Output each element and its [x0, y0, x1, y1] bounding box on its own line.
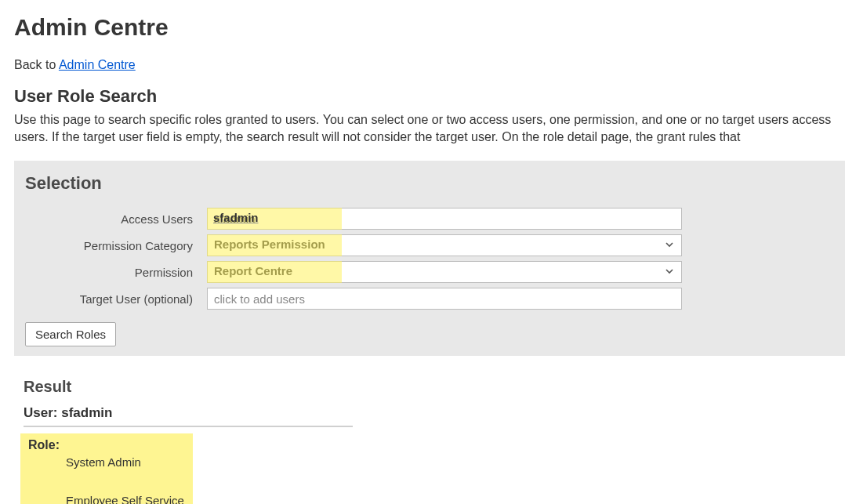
label-permission: Permission [25, 266, 207, 279]
role-label: Role: [28, 438, 60, 451]
back-link-admin-centre[interactable]: Admin Centre [59, 58, 136, 71]
row-permission: Permission Report Centre [25, 261, 834, 283]
user-role-search-heading: User Role Search [14, 86, 845, 107]
result-heading: Result [24, 378, 845, 396]
row-access-users: Access Users sfadmin [25, 208, 834, 230]
selection-panel-title: Selection [25, 173, 834, 194]
result-user-prefix: User: [24, 405, 61, 420]
access-users-input[interactable] [207, 208, 682, 230]
label-access-users: Access Users [25, 212, 207, 226]
selection-panel: Selection Access Users sfadmin Permissio… [14, 161, 845, 356]
search-description: Use this page to search specific roles g… [14, 111, 845, 145]
role-item: Employee Self Service [28, 494, 185, 504]
result-user-value: sfadmin [61, 405, 112, 420]
back-prefix: Back to [14, 58, 59, 71]
page-title: Admin Centre [14, 14, 845, 41]
result-user-line: User: sfadmin [24, 405, 353, 427]
permission-category-select[interactable]: Reports Permission [207, 234, 682, 256]
permission-select[interactable]: Report Centre [207, 261, 682, 283]
permission-category-value: Reports Permission [214, 237, 325, 251]
permission-value: Report Centre [214, 264, 292, 277]
role-item: System Admin [28, 455, 185, 469]
search-roles-button[interactable]: Search Roles [25, 322, 116, 346]
label-permission-category: Permission Category [25, 239, 207, 252]
role-block: Role: System Admin Employee Self Service [20, 433, 193, 504]
row-target-user: Target User (optional) [25, 288, 834, 310]
label-target-user: Target User (optional) [25, 292, 207, 306]
breadcrumb: Back to Admin Centre [14, 58, 845, 72]
row-permission-category: Permission Category Reports Permission [25, 234, 834, 256]
target-user-input[interactable] [207, 288, 682, 310]
